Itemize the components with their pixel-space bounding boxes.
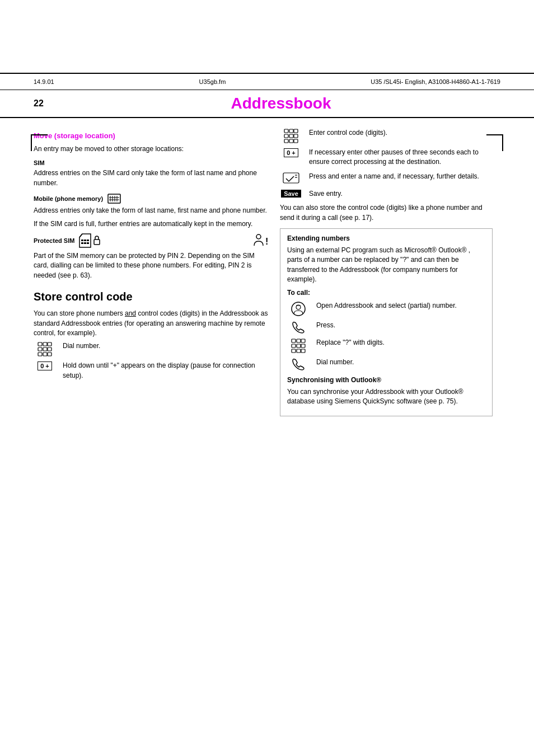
svg-text:!: ! xyxy=(265,237,268,246)
svg-rect-41 xyxy=(292,339,296,342)
step-icon-name xyxy=(280,172,302,185)
corner-tr xyxy=(486,134,503,151)
step-icon-keypad2 xyxy=(280,128,302,143)
svg-rect-42 xyxy=(297,339,301,342)
step-text-save: Save entry. xyxy=(309,189,493,199)
step-icon-zeroplus2: 0 + xyxy=(280,148,302,157)
svg-rect-0 xyxy=(108,194,120,203)
corner-tl xyxy=(31,134,48,151)
svg-rect-21 xyxy=(43,348,47,351)
step-text-pauses: If necessary enter other pauses of three… xyxy=(309,148,493,167)
store-control-heading: Store control code xyxy=(34,290,269,303)
svg-rect-20 xyxy=(38,348,42,351)
content-area: Move (storage location) An entry may be … xyxy=(0,118,534,433)
step-text-enter-code: Enter control code (digits). xyxy=(309,128,493,138)
left-column: Move (storage location) An entry may be … xyxy=(34,124,269,422)
header-filename: U35gb.fm xyxy=(199,78,226,85)
save-icon: Save xyxy=(281,190,301,198)
svg-rect-46 xyxy=(301,344,305,348)
ext-step-icon-phone2 xyxy=(287,358,310,370)
extending-intro: Using an external PC program such as Mic… xyxy=(287,246,485,285)
person-exclamation-icon: ! xyxy=(253,233,269,248)
step-icon-zeroprops: 0 + xyxy=(34,361,56,370)
svg-rect-29 xyxy=(284,134,288,138)
phone-memory-icon xyxy=(107,194,121,204)
protected-sim-text: Part of the SIM memory can be protected … xyxy=(34,251,269,280)
svg-rect-44 xyxy=(292,344,296,348)
mobile-label: Mobile (phone memory) xyxy=(34,194,269,204)
step-dial-number: Dial number. xyxy=(34,341,269,356)
svg-rect-47 xyxy=(292,349,296,353)
svg-rect-27 xyxy=(289,129,293,133)
ext-step-text-dial: Dial number. xyxy=(316,358,485,367)
svg-rect-24 xyxy=(43,353,47,356)
ext-step-press: Press. xyxy=(287,321,485,334)
mobile-text2: If the SIM card is full, further entries… xyxy=(34,219,269,229)
svg-rect-9 xyxy=(84,240,86,241)
svg-rect-34 xyxy=(294,139,298,143)
extending-numbers-box: Extending numbers Using an external PC p… xyxy=(280,228,493,416)
extending-title: Extending numbers xyxy=(287,234,485,242)
mobile-text1: Address entries only take the form of la… xyxy=(34,206,269,215)
sim-card-icon xyxy=(79,233,91,248)
store-note: You can also store the control code (dig… xyxy=(280,203,493,223)
svg-rect-10 xyxy=(87,240,89,241)
lock-icon xyxy=(93,236,101,246)
step-icon-keypad1 xyxy=(34,341,56,356)
svg-rect-35 xyxy=(283,173,299,183)
sim-lock-icon xyxy=(79,233,101,248)
svg-point-15 xyxy=(256,234,261,239)
svg-rect-31 xyxy=(294,134,298,138)
ext-step-text-press: Press. xyxy=(316,321,485,330)
ext-step-text-open: Open Addressbook and select (partial) nu… xyxy=(316,301,485,311)
ext-step-open-ab: Open Addressbook and select (partial) nu… xyxy=(287,301,485,316)
step-hold-plus: 0 + Hold down until "+" appears on the d… xyxy=(34,361,269,381)
step-text-name: Press and enter a name and, if necessary… xyxy=(309,172,493,181)
ext-step-replace: Replace "?" with digits. xyxy=(287,338,485,353)
zero-plus-icon: 0 + xyxy=(38,361,52,370)
svg-rect-28 xyxy=(294,129,298,133)
step-save: Save Save entry. xyxy=(280,189,493,199)
move-intro: An entry may be moved to other storage l… xyxy=(34,144,269,154)
svg-rect-32 xyxy=(284,139,288,143)
protected-sim-row: Protected SIM xyxy=(34,233,269,248)
ext-step-icon-keypad3 xyxy=(287,338,310,353)
header-bar: 14.9.01 U35gb.fm U35 /SL45i- English, A3… xyxy=(0,73,534,90)
ext-step-icon-ab xyxy=(287,301,310,316)
sync-title: Synchronising with Outlook® xyxy=(287,376,485,384)
svg-rect-33 xyxy=(289,139,293,143)
svg-rect-22 xyxy=(48,348,51,351)
svg-rect-14 xyxy=(94,240,100,245)
header-model: U35 /SL45i- English, A31008-H4860-A1-1-7… xyxy=(371,78,500,85)
sim-label: SIM xyxy=(34,159,269,166)
svg-rect-17 xyxy=(38,342,42,346)
svg-rect-49 xyxy=(301,349,305,353)
step-enter-pauses: 0 + If necessary enter other pauses of t… xyxy=(280,148,493,167)
zero-plus-icon2: 0 + xyxy=(284,148,298,157)
svg-rect-48 xyxy=(297,349,301,353)
svg-rect-19 xyxy=(48,342,51,346)
svg-rect-13 xyxy=(87,242,89,244)
page-header: 22 Addressbook xyxy=(0,90,534,118)
svg-rect-30 xyxy=(289,134,293,138)
svg-rect-11 xyxy=(81,242,83,244)
header-date: 14.9.01 xyxy=(34,78,54,85)
step-icon-save: Save xyxy=(280,189,302,198)
sync-text: You can synchronise your Addressbook wit… xyxy=(287,387,485,407)
svg-line-7 xyxy=(79,234,82,237)
protected-sim-label: Protected SIM xyxy=(34,237,74,244)
step-enter-code: Enter control code (digits). xyxy=(280,128,493,143)
page-container: 14.9.01 U35gb.fm U35 /SL45i- English, A3… xyxy=(0,73,534,756)
svg-rect-23 xyxy=(38,353,42,356)
store-intro: You can store phone numbers and control … xyxy=(34,309,269,338)
page-title: Addressbook xyxy=(62,95,500,112)
svg-rect-26 xyxy=(284,129,288,133)
step-text-dial: Dial number. xyxy=(63,341,269,351)
protected-sim-icons: ! xyxy=(79,233,269,248)
svg-rect-43 xyxy=(301,339,305,342)
svg-rect-18 xyxy=(43,342,47,346)
ext-step-icon-phone1 xyxy=(287,321,310,334)
sim-text: Address entries on the SIM card only tak… xyxy=(34,168,269,188)
ext-step-dial: Dial number. xyxy=(287,358,485,370)
step-enter-name: Press and enter a name and, if necessary… xyxy=(280,172,493,185)
